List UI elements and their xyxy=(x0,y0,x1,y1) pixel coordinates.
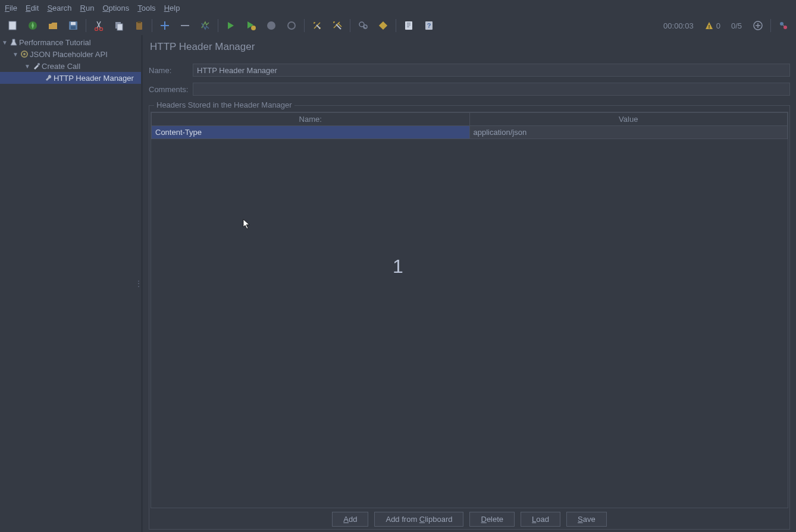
function-helper-icon[interactable] xyxy=(399,17,419,34)
add-from-clipboard-button[interactable]: Add from Clipboard xyxy=(374,512,463,527)
copy-icon[interactable] xyxy=(109,17,129,34)
clear-icon[interactable] xyxy=(307,17,327,34)
name-label: Name: xyxy=(149,66,193,75)
menu-bar: File Edit Search Run Options Tools Help xyxy=(0,0,796,16)
paste-icon[interactable] xyxy=(129,17,149,34)
col-header-name[interactable]: Name: xyxy=(152,113,470,126)
svg-rect-11 xyxy=(137,21,141,23)
cut-icon[interactable] xyxy=(89,17,109,34)
beaker-icon xyxy=(8,38,19,46)
svg-rect-17 xyxy=(379,21,387,30)
active-threads: 0/5 xyxy=(731,21,742,30)
svg-point-12 xyxy=(251,26,256,30)
expand-icon[interactable] xyxy=(155,17,175,34)
toolbar-separator xyxy=(86,19,86,32)
tree-node-header-manager[interactable]: HTTP Header Manager xyxy=(0,72,141,84)
table-empty-area[interactable] xyxy=(151,139,788,508)
svg-text:?: ? xyxy=(427,22,431,29)
toggle-icon[interactable] xyxy=(195,17,215,34)
header-value-cell[interactable]: application/json xyxy=(469,126,788,139)
toolbar-separator xyxy=(396,19,396,32)
save-button[interactable]: Save xyxy=(566,512,607,527)
menu-tools[interactable]: Tools xyxy=(135,2,158,14)
svg-rect-4 xyxy=(71,22,76,25)
add-button[interactable]: Add xyxy=(332,512,368,527)
button-bar: Add Add from Clipboard Delete Load Save xyxy=(151,508,788,528)
toolbar-separator xyxy=(350,19,350,32)
wrench-icon xyxy=(43,74,54,82)
elapsed-time: 00:00:03 xyxy=(663,21,694,30)
editor-panel: HTTP Header Manager Name: Comments: Head… xyxy=(143,35,796,532)
tree-node-sampler[interactable]: ▼ Create Call xyxy=(0,60,141,72)
warning-icon: ! xyxy=(704,21,714,30)
svg-rect-18 xyxy=(405,21,412,30)
menu-help[interactable]: Help xyxy=(162,2,183,14)
start-icon[interactable] xyxy=(221,17,241,34)
correlation-icon[interactable] xyxy=(773,17,794,34)
menu-search[interactable]: Search xyxy=(45,2,74,14)
stop-icon[interactable] xyxy=(261,17,281,34)
toolbar-separator xyxy=(770,19,771,32)
table-row[interactable]: Content-Type application/json xyxy=(152,126,788,139)
tree-label: Performance Tutorial xyxy=(19,38,91,47)
menu-options[interactable]: Options xyxy=(100,2,131,14)
svg-rect-0 xyxy=(9,21,16,30)
editor-title: HTTP Header Manager xyxy=(149,41,790,53)
menu-file[interactable]: File xyxy=(2,2,20,14)
svg-point-6 xyxy=(95,28,98,31)
svg-point-7 xyxy=(100,28,103,31)
header-name-cell[interactable]: Content-Type xyxy=(152,126,470,139)
save-icon[interactable] xyxy=(63,17,83,34)
tree-toggle-icon[interactable]: ▼ xyxy=(1,39,8,46)
thread-status-icon[interactable] xyxy=(748,17,768,34)
start-no-timers-icon[interactable] xyxy=(241,17,261,34)
reset-search-icon[interactable] xyxy=(373,17,393,34)
comments-row: Comments: xyxy=(149,83,790,96)
tree-toggle-icon[interactable]: ▼ xyxy=(24,63,31,70)
new-icon[interactable] xyxy=(2,17,23,34)
headers-group-title: Headers Stored in the Header Manager xyxy=(154,100,294,109)
load-button[interactable]: Load xyxy=(521,512,560,527)
svg-point-14 xyxy=(288,22,295,29)
comments-label: Comments: xyxy=(149,85,193,94)
split-handle[interactable]: ⋮ xyxy=(134,279,142,288)
col-header-value[interactable]: Value xyxy=(469,113,788,126)
svg-point-27 xyxy=(37,63,40,65)
collapse-icon[interactable] xyxy=(175,17,195,34)
svg-rect-9 xyxy=(117,24,123,30)
warning-count[interactable]: ! 0 xyxy=(704,21,720,30)
warning-count-value: 0 xyxy=(716,21,720,30)
clear-all-icon[interactable] xyxy=(327,17,347,34)
svg-point-13 xyxy=(267,21,275,30)
comments-input[interactable] xyxy=(193,83,790,96)
tree-node-test-plan[interactable]: ▼ Performance Tutorial xyxy=(0,36,141,48)
svg-point-26 xyxy=(23,53,26,55)
test-plan-tree[interactable]: ▼ Performance Tutorial ▼ JSON Placeholde… xyxy=(0,35,141,84)
delete-button[interactable]: Delete xyxy=(469,512,515,527)
toolbar-separator xyxy=(152,19,152,32)
tree-label: Create Call xyxy=(42,62,80,71)
search-tree-icon[interactable] xyxy=(353,17,373,34)
tree-toggle-icon[interactable]: ▼ xyxy=(12,51,19,58)
headers-table[interactable]: Name: Value Content-Type application/jso… xyxy=(151,112,788,139)
toolbar: ? 00:00:03 ! 0 0/5 xyxy=(0,16,796,35)
name-row: Name: xyxy=(149,64,790,77)
shutdown-icon[interactable] xyxy=(281,17,302,34)
pipette-icon xyxy=(31,62,42,70)
menu-run[interactable]: Run xyxy=(78,2,97,14)
svg-rect-5 xyxy=(71,26,76,29)
open-icon[interactable] xyxy=(43,17,63,34)
toolbar-separator xyxy=(218,19,218,32)
svg-text:!: ! xyxy=(708,24,710,30)
templates-icon[interactable] xyxy=(23,17,43,34)
name-input[interactable] xyxy=(193,64,790,77)
tree-label: HTTP Header Manager xyxy=(54,74,134,83)
menu-edit[interactable]: Edit xyxy=(23,2,41,14)
toolbar-separator xyxy=(304,19,305,32)
headers-table-wrap: Name: Value Content-Type application/jso… xyxy=(151,112,788,508)
main-split: ▼ Performance Tutorial ▼ JSON Placeholde… xyxy=(0,35,796,532)
tree-node-thread-group[interactable]: ▼ JSON Placeholder API xyxy=(0,48,141,60)
headers-group: Headers Stored in the Header Manager Nam… xyxy=(149,105,790,530)
gear-icon xyxy=(19,50,30,58)
help-icon[interactable]: ? xyxy=(419,17,439,34)
